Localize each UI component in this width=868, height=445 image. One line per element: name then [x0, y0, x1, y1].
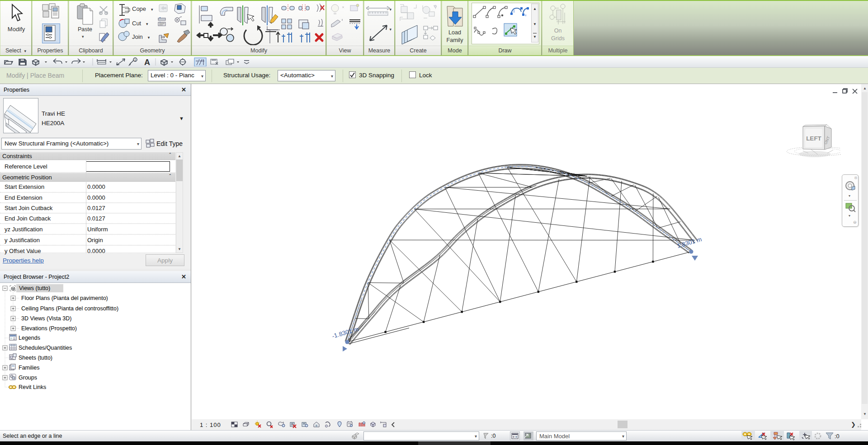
- svg-text:A: A: [144, 58, 150, 66]
- svg-text:LEFT: LEFT: [806, 135, 821, 142]
- svg-text::0: :0: [835, 433, 840, 440]
- svg-text:1.8301 m: 1.8301 m: [676, 236, 703, 249]
- svg-text:1: 1: [134, 58, 136, 61]
- svg-text:-1.8301 m: -1.8301 m: [331, 326, 360, 340]
